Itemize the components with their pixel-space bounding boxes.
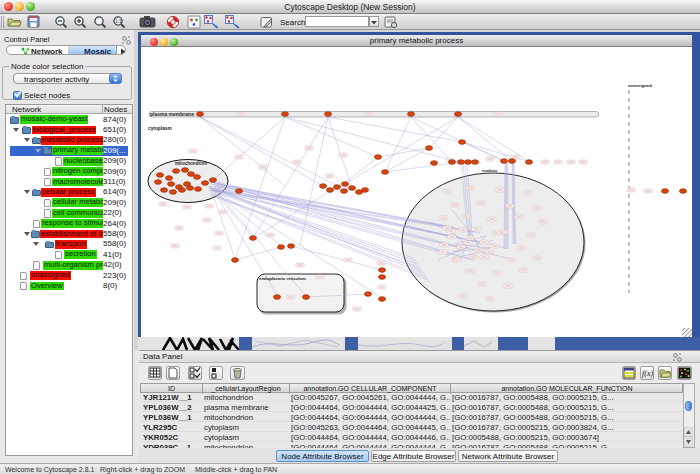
svg-text:cytoplasm: cytoplasm: [148, 126, 172, 131]
svg-text:f(x): f(x): [642, 369, 653, 378]
svg-text:1:1: 1:1: [115, 19, 122, 24]
svg-text:nucleus: nucleus: [482, 168, 498, 173]
svg-text:unassigned: unassigned: [628, 83, 652, 88]
svg-text:endoplasmic reticulum: endoplasmic reticulum: [259, 276, 306, 281]
svg-text:mitochondrion: mitochondrion: [175, 161, 207, 166]
svg-text:plasma membrane: plasma membrane: [150, 111, 194, 117]
